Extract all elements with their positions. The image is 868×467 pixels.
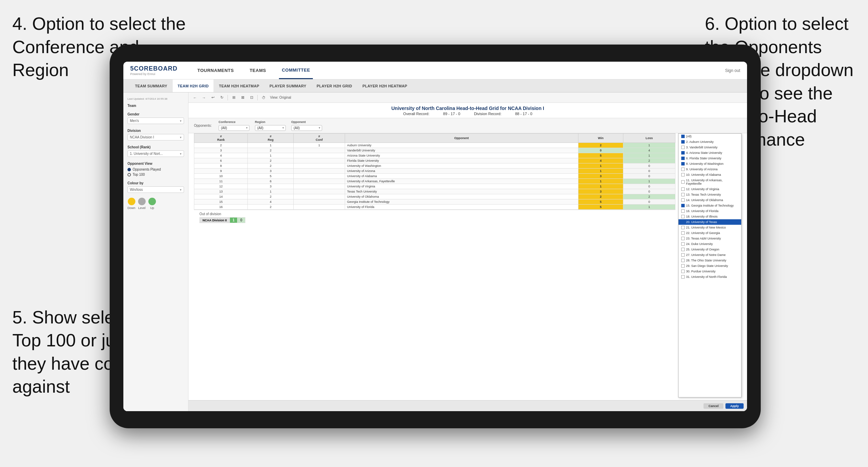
- dropdown-item[interactable]: 6. Florida State University: [678, 156, 741, 161]
- dropdown-item[interactable]: 31. University of North Florida: [678, 274, 741, 280]
- table-row: 13 1 Texas Tech University 3 0: [194, 189, 675, 194]
- nav-tournaments[interactable]: TOURNAMENTS: [195, 62, 236, 79]
- dropdown-checkbox: [681, 162, 685, 165]
- dropdown-checkbox: [681, 157, 685, 160]
- dropdown-item-label: 29. San Diego State University: [686, 264, 728, 268]
- cell-conf: [294, 174, 345, 179]
- cell-rank: 15: [194, 199, 248, 205]
- subnav-player-summary[interactable]: PLAYER SUMMARY: [265, 79, 311, 92]
- dropdown-item-label: 21. University of New Mexico: [686, 226, 726, 229]
- dropdown-item-label: 12. University of Virginia: [686, 187, 719, 191]
- cell-opponent: University of Arizona: [345, 169, 578, 174]
- subnav-team-h2h-heatmap[interactable]: TEAM H2H HEATMAP: [214, 79, 264, 92]
- dropdown-item[interactable]: 30. Purdue University: [678, 269, 741, 274]
- dropdown-item[interactable]: (All): [678, 134, 741, 139]
- dropdown-item[interactable]: 16. University of Florida: [678, 208, 741, 214]
- dropdown-item[interactable]: 11. University of Arkansas, Fayetteville: [678, 177, 741, 186]
- conference-select-wrap: (All): [219, 124, 249, 131]
- dropdown-item[interactable]: 28. The Ohio State University: [678, 258, 741, 263]
- dropdown-checkbox: [681, 146, 685, 149]
- nav-committee[interactable]: COMMITTEE: [279, 62, 313, 79]
- table-row: 14 2 University of Oklahoma 2 2: [194, 194, 675, 199]
- toolbar-timer[interactable]: ⏱: [260, 94, 267, 101]
- subnav-player-h2h-grid[interactable]: PLAYER H2H GRID: [312, 79, 357, 92]
- toolbar-forward[interactable]: →: [200, 94, 208, 101]
- dropdown-item-label: 10. University of Alabama: [686, 173, 721, 176]
- cell-loss: 1: [623, 179, 675, 184]
- dropdown-item[interactable]: 9. University of Arizona: [678, 167, 741, 172]
- dropdown-item[interactable]: 8. University of Washington: [678, 161, 741, 167]
- cell-conf: [294, 153, 345, 158]
- dropdown-item[interactable]: 15. Georgia Institute of Technology: [678, 203, 741, 208]
- cell-opponent: University of Florida: [345, 205, 578, 210]
- dropdown-item[interactable]: 27. University of Notre Dame: [678, 252, 741, 258]
- dropdown-checkbox: [681, 180, 685, 184]
- cell-conf: [294, 199, 345, 205]
- cell-reg: 2: [248, 205, 294, 210]
- dropdown-item[interactable]: 2. Auburn University: [678, 139, 741, 145]
- dropdown-item[interactable]: 14. University of Oklahoma: [678, 197, 741, 203]
- toolbar-fit[interactable]: ⊠: [239, 94, 246, 101]
- dropdown-item[interactable]: 18. University of Illinois: [678, 214, 741, 219]
- subnav-player-h2h-heatmap[interactable]: PLAYER H2H HEATMAP: [358, 79, 412, 92]
- cell-opponent: Vanderbilt University: [345, 148, 578, 153]
- cancel-button[interactable]: Cancel: [704, 403, 723, 409]
- subnav-team-h2h-grid[interactable]: TEAM H2H GRID: [173, 79, 213, 92]
- conference-filter: Conference (All): [219, 120, 249, 131]
- dropdown-item[interactable]: 4. Arizona State University: [678, 150, 741, 156]
- cell-win: 2: [578, 194, 623, 199]
- region-select[interactable]: (All): [255, 125, 286, 131]
- dropdown-item[interactable]: 20. University of Texas: [678, 219, 741, 225]
- radio-opponents-played[interactable]: Opponents Played: [127, 168, 184, 171]
- dropdown-item[interactable]: 29. San Diego State University: [678, 263, 741, 269]
- opponent-filter: Opponent (All): [291, 120, 322, 131]
- opponent-dropdown-panel[interactable]: (All)2. Auburn University3. Vanderbilt U…: [678, 133, 742, 397]
- radio-top100[interactable]: Top 100: [127, 173, 184, 176]
- cell-conf: [294, 205, 345, 210]
- grid-table: #Rank #Reg #Conf Opponent Win Loss: [194, 133, 675, 210]
- dropdown-item[interactable]: 25. University of Oregon: [678, 247, 741, 252]
- toolbar-back[interactable]: ←: [191, 94, 199, 101]
- dropdown-checkbox: [681, 151, 685, 155]
- dropdown-item[interactable]: 22. University of Georgia: [678, 230, 741, 236]
- cell-win: 1: [578, 163, 623, 169]
- school-dropdown[interactable]: 1. University of Nort...: [127, 150, 184, 157]
- dropdown-item[interactable]: 21. University of New Mexico: [678, 225, 741, 230]
- region-filter-label: Region: [255, 120, 286, 124]
- toolbar-grid[interactable]: ⊞: [230, 94, 237, 101]
- cell-opponent: Texas Tech University: [345, 189, 578, 194]
- nav-teams[interactable]: TEAMS: [247, 62, 269, 79]
- opponent-select[interactable]: (All): [291, 125, 322, 131]
- dropdown-item-label: 6. Florida State University: [686, 157, 721, 160]
- report-header: University of North Carolina Head-to-Hea…: [188, 103, 747, 118]
- table-row: 12 3 University of Virginia 1 0: [194, 184, 675, 189]
- radio-dot-played: [127, 168, 131, 171]
- gender-dropdown[interactable]: Men's: [127, 118, 184, 124]
- subnav-team-summary[interactable]: TEAM SUMMARY: [130, 79, 172, 92]
- toolbar-undo[interactable]: ↩: [209, 94, 217, 101]
- colour-by-dropdown[interactable]: Win/loss: [127, 186, 184, 193]
- toolbar-redo[interactable]: ↻: [218, 94, 225, 101]
- dropdown-item[interactable]: 10. University of Alabama: [678, 172, 741, 177]
- team-label: Team: [127, 104, 184, 108]
- col-opponent: Opponent: [345, 134, 578, 143]
- toolbar-expand[interactable]: ⊡: [248, 94, 255, 101]
- opponents-label: Opponents:: [194, 124, 212, 127]
- dropdown-item[interactable]: 13. Texas Tech University: [678, 192, 741, 197]
- nav-signout[interactable]: Sign out: [725, 68, 740, 73]
- colour-by-label: Colour by: [127, 181, 184, 185]
- colour-by-section: Colour by Win/loss: [127, 181, 184, 193]
- conference-select[interactable]: (All): [219, 125, 249, 131]
- apply-button[interactable]: Apply: [725, 403, 744, 409]
- division-dropdown[interactable]: NCAA Division I: [127, 134, 184, 140]
- toolbar: ← → ↩ ↻ ⊞ ⊠ ⊡ ⏱ View: Original: [188, 93, 747, 103]
- dropdown-item[interactable]: 3. Vanderbilt University: [678, 145, 741, 150]
- dropdown-item[interactable]: 24. Duke University: [678, 241, 741, 247]
- dropdown-item-label: 30. Purdue University: [686, 270, 716, 273]
- dropdown-checkbox: [681, 237, 685, 240]
- cell-rank: 3: [194, 148, 248, 153]
- dropdown-item[interactable]: 12. University of Virginia: [678, 186, 741, 192]
- dropdown-item[interactable]: 23. Texas A&M University: [678, 236, 741, 241]
- out-of-division: Out of division NCAA Division II 1 0: [194, 210, 675, 225]
- opponent-view-label: Opponent View: [127, 162, 184, 165]
